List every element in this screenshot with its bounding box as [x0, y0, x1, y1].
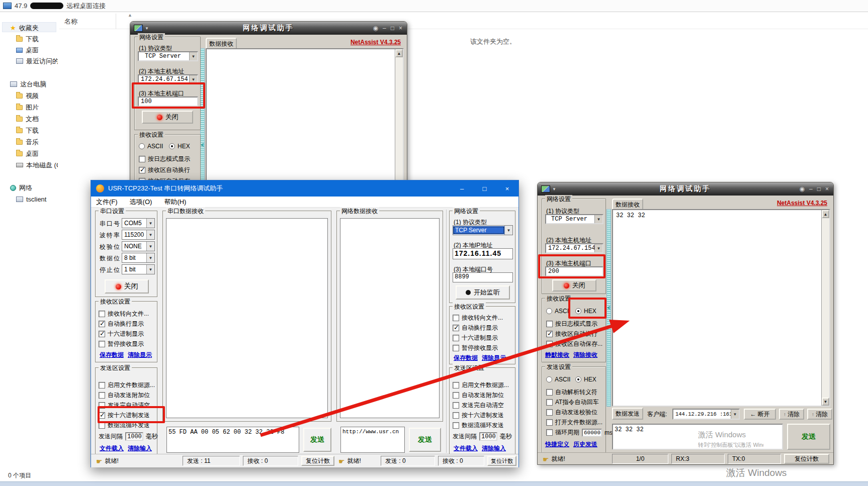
- reset-counter-button[interactable]: 复位计数: [784, 454, 829, 464]
- send-interval-input[interactable]: 1000: [125, 432, 143, 441]
- client-select[interactable]: 144.12.29.216 :16172 ▼: [672, 409, 740, 420]
- scroll-down-icon[interactable]: ▼: [822, 398, 829, 406]
- checkbox-hex-display[interactable]: 十六进制显示: [99, 330, 144, 338]
- checkbox-log-mode[interactable]: 按日志模式显示: [139, 155, 190, 163]
- data-bits-select[interactable]: 8 bit ▼: [122, 253, 155, 263]
- minimize-icon[interactable]: –: [809, 185, 813, 192]
- radio-ascii[interactable]: ASCII: [546, 308, 570, 315]
- menu-help[interactable]: 帮助(H): [164, 198, 186, 207]
- tree-item-desktop[interactable]: 桌面: [16, 149, 58, 158]
- tree-item-music[interactable]: 音乐: [16, 137, 58, 147]
- close-connection-button[interactable]: 关闭: [552, 279, 596, 291]
- radio-hex[interactable]: HEX: [575, 376, 596, 383]
- clear-input-link[interactable]: 清除输入: [482, 444, 506, 453]
- close-connection-button[interactable]: 关闭: [142, 111, 193, 124]
- tree-item-network[interactable]: 网络: [10, 183, 58, 192]
- radio-ascii[interactable]: ASCII: [546, 376, 570, 383]
- clear-display-link[interactable]: 清除显示: [482, 354, 506, 362]
- minimize-icon[interactable]: –: [383, 25, 386, 32]
- load-file-link[interactable]: 文件载入: [454, 444, 478, 453]
- clear-receive-button[interactable]: ↑ 清除: [807, 409, 832, 420]
- checkbox-file-source[interactable]: 打开文件数据源...: [546, 418, 602, 427]
- clear-display-link[interactable]: 清除显示: [128, 351, 152, 359]
- network-send-button[interactable]: 发送: [409, 428, 441, 452]
- network-receive-area[interactable]: [340, 218, 440, 418]
- checkbox-auto-wrap[interactable]: 接收区自动换行: [546, 330, 597, 338]
- chevron-down-icon[interactable]: ▼: [146, 219, 154, 228]
- shortcut-define-link[interactable]: 快捷定义: [545, 440, 569, 449]
- network-send-input[interactable]: http://www.usr.cn: [340, 427, 405, 453]
- clear-receive-link[interactable]: 清除接收: [573, 351, 597, 359]
- explorer-column-header[interactable]: 名称: [64, 17, 77, 26]
- checkbox-auto-wrap[interactable]: 自动换行显示: [453, 324, 498, 332]
- tree-item-desktop-fav[interactable]: 桌面: [16, 45, 58, 55]
- disconnect-button[interactable]: ← 断开: [744, 409, 776, 420]
- checkbox-auto-save[interactable]: 接收区自动保存...: [546, 340, 602, 348]
- checkbox-at-newline[interactable]: AT指令自动回车: [546, 398, 598, 407]
- checkbox-hex-display[interactable]: 十六进制显示: [453, 334, 498, 342]
- protocol-select[interactable]: TCP Server ▼: [545, 214, 603, 224]
- tree-item-favorites[interactable]: ★收藏夹: [10, 23, 58, 33]
- save-data-link[interactable]: 保存数据: [454, 354, 478, 362]
- save-data-link[interactable]: 保存数据: [100, 351, 124, 359]
- silent-receive-link[interactable]: 静默接收: [545, 351, 569, 359]
- panel-collapse-handle[interactable]: <: [606, 209, 611, 407]
- tab-data-send[interactable]: 数据发送: [612, 408, 643, 420]
- checkbox-auto-wrap[interactable]: 自动换行显示: [99, 320, 144, 328]
- reset-counter-button[interactable]: 复位计数: [301, 456, 334, 466]
- tab-data-receive[interactable]: 数据接收: [612, 199, 643, 210]
- local-port-input[interactable]: 8899: [453, 272, 513, 282]
- tree-item-this-pc[interactable]: 这台电脑: [10, 79, 58, 89]
- checkbox-pause-recv[interactable]: 暂停接收显示: [453, 344, 498, 352]
- checkbox-log-mode[interactable]: 按日志模式显示: [546, 320, 597, 328]
- clear-input-link[interactable]: 清除输入: [128, 444, 152, 453]
- com-port-select[interactable]: COM5 ▼: [122, 218, 155, 228]
- checkbox-parse-escape[interactable]: 自动解析转义符: [546, 388, 597, 397]
- serial-send-input[interactable]: 55 FD AA 00 05 62 00 32 32 32 F8: [166, 427, 299, 453]
- radio-hex[interactable]: HEX: [169, 143, 190, 150]
- chevron-down-icon[interactable]: ▼: [504, 226, 512, 235]
- stop-bits-select[interactable]: 1 bit ▼: [122, 264, 155, 274]
- send-button[interactable]: 发送: [787, 424, 830, 450]
- scroll-up-icon[interactable]: ▲: [395, 49, 403, 57]
- parity-select[interactable]: NONE ▼: [122, 241, 155, 251]
- chevron-down-icon[interactable]: ▼: [145, 26, 149, 31]
- receive-area[interactable]: 32 32 32 ▲ ▼: [612, 209, 830, 407]
- checkbox-auto-wrap[interactable]: 接收区自动换行: [139, 166, 190, 174]
- close-icon[interactable]: ×: [825, 185, 829, 192]
- netassist-version-link[interactable]: NetAssist V4.3.25: [777, 200, 827, 207]
- start-listen-button[interactable]: 开始监听: [456, 285, 510, 300]
- checkbox-file-source[interactable]: 启用文件数据源...: [99, 381, 155, 390]
- menu-options[interactable]: 选项(O): [130, 198, 152, 207]
- close-icon[interactable]: ×: [496, 180, 518, 197]
- minimize-icon[interactable]: –: [451, 180, 473, 197]
- pin-icon[interactable]: ◉: [373, 25, 378, 32]
- clear-send-button[interactable]: ↑ 清除: [779, 409, 804, 420]
- serial-receive-area[interactable]: [166, 218, 328, 418]
- checkbox-file-source[interactable]: 启用文件数据源...: [453, 381, 509, 390]
- reset-counter-button[interactable]: 复位计数: [487, 456, 516, 466]
- checkbox-loop-send[interactable]: 数据流循环发送: [453, 421, 504, 430]
- checkbox-cycle-period[interactable]: [546, 429, 553, 436]
- tree-item-local-disk-c[interactable]: 本地磁盘 (C:): [16, 160, 58, 170]
- chevron-down-icon[interactable]: ▼: [146, 253, 154, 262]
- chevron-down-icon[interactable]: ▼: [146, 265, 154, 274]
- baud-rate-select[interactable]: 115200 ▼: [122, 230, 155, 240]
- maximize-icon[interactable]: □: [391, 25, 394, 32]
- chevron-down-icon[interactable]: ▼: [146, 230, 154, 239]
- load-file-link[interactable]: 文件载入: [100, 444, 124, 453]
- tree-item-videos[interactable]: 视频: [16, 91, 58, 101]
- radio-ascii[interactable]: ASCII: [139, 143, 163, 150]
- protocol-select[interactable]: TCP Server ▼: [138, 51, 198, 61]
- checkbox-clear-after-send[interactable]: 发送完自动清空: [453, 401, 504, 410]
- history-send-link[interactable]: 历史发送: [573, 440, 597, 449]
- chevron-down-icon[interactable]: ▼: [189, 52, 197, 60]
- chevron-down-icon[interactable]: ▼: [731, 410, 739, 419]
- netassist-version-link[interactable]: NetAssist V4.3.25: [351, 39, 401, 46]
- cycle-period-input[interactable]: 60000: [582, 429, 602, 437]
- title-bar[interactable]: ▼ 网络调试助手 ◉ – □ ×: [130, 22, 407, 35]
- protocol-select[interactable]: TCP Server ▼: [453, 225, 513, 235]
- local-ip-input[interactable]: 172.16.11.45: [453, 248, 513, 259]
- maximize-icon[interactable]: □: [817, 185, 821, 192]
- title-bar[interactable]: USR-TCP232-Test 串口转网络调试助手 – □ ×: [91, 180, 518, 197]
